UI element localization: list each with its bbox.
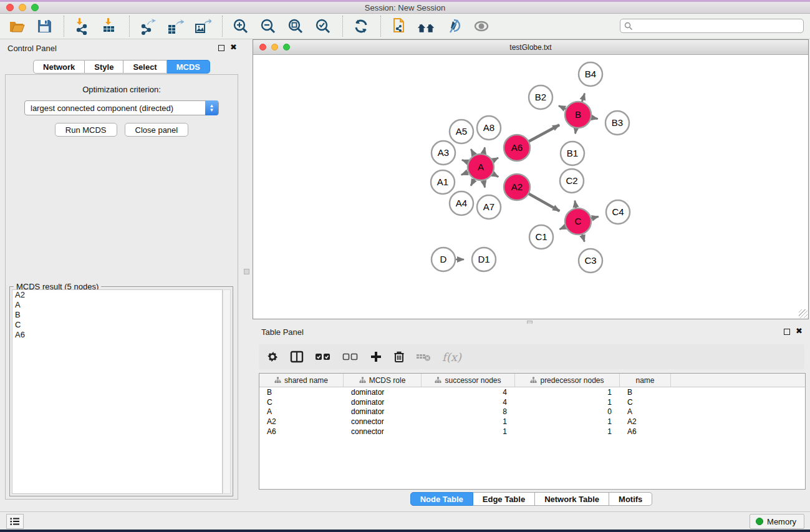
mcds-result-list[interactable]: A2ABCA6 bbox=[12, 289, 223, 494]
cell[interactable]: 1 bbox=[515, 417, 620, 427]
cell[interactable]: 1 bbox=[515, 387, 620, 397]
zoom-out-icon[interactable] bbox=[259, 17, 277, 36]
node-C2[interactable]: C2 bbox=[560, 169, 584, 193]
close-panel-button[interactable]: Close panel bbox=[125, 123, 189, 137]
tab-network-table[interactable]: Network Table bbox=[535, 492, 609, 506]
window-resize-grip[interactable] bbox=[799, 309, 808, 318]
cell[interactable]: B bbox=[620, 387, 671, 397]
node-A6[interactable]: A6 bbox=[504, 135, 530, 161]
result-item[interactable]: A2 bbox=[12, 290, 222, 300]
result-item[interactable]: C bbox=[12, 320, 222, 330]
cell[interactable]: C bbox=[620, 397, 671, 407]
export-image-icon[interactable] bbox=[193, 17, 212, 36]
cell[interactable]: 1 bbox=[515, 427, 620, 437]
search-input[interactable] bbox=[635, 20, 803, 32]
new-network-from-selection-icon[interactable] bbox=[390, 17, 408, 36]
cell[interactable]: A2 bbox=[259, 417, 344, 427]
search-field[interactable] bbox=[620, 19, 804, 33]
node-C1[interactable]: C1 bbox=[529, 225, 553, 249]
network-window-titlebar[interactable]: testGlobe.txt bbox=[253, 40, 808, 55]
column-header-successor-nodes[interactable]: successor nodes bbox=[422, 374, 515, 387]
node-A[interactable]: A bbox=[468, 154, 494, 180]
home-icon[interactable] bbox=[417, 17, 436, 36]
table-row[interactable]: Bdominator41B bbox=[259, 387, 805, 397]
import-table-icon[interactable] bbox=[100, 17, 119, 36]
hide-style-icon[interactable] bbox=[445, 17, 463, 36]
open-file-icon[interactable] bbox=[7, 17, 26, 36]
table-row[interactable]: A6connector11A6 bbox=[259, 427, 805, 437]
zoom-selected-icon[interactable] bbox=[314, 17, 332, 36]
node-A7[interactable]: A7 bbox=[477, 195, 501, 219]
node-A4[interactable]: A4 bbox=[450, 191, 473, 215]
show-hide-panel-eye-icon[interactable] bbox=[472, 17, 491, 36]
deselect-all-checkboxes-icon[interactable] bbox=[342, 352, 359, 362]
cell[interactable]: 4 bbox=[422, 387, 515, 397]
cell[interactable]: dominator bbox=[344, 407, 422, 417]
column-header-shared-name[interactable]: shared name bbox=[259, 374, 344, 387]
cell[interactable]: C bbox=[259, 397, 344, 407]
add-row-icon[interactable] bbox=[370, 351, 382, 363]
table-row[interactable]: A2connector11A2 bbox=[259, 417, 805, 427]
run-mcds-button[interactable]: Run MCDS bbox=[55, 123, 117, 137]
tab-edge-table[interactable]: Edge Table bbox=[473, 492, 535, 506]
column-header-MCDS-role[interactable]: MCDS role bbox=[344, 374, 422, 387]
node-C3[interactable]: C3 bbox=[579, 249, 602, 273]
network-canvas[interactable]: B4B2BB3A8A5A6B1A3AC2A1A2A4A7C4CC1DD1C3 bbox=[253, 55, 808, 319]
node-B2[interactable]: B2 bbox=[529, 85, 552, 109]
table-row[interactable]: Cdominator41C bbox=[259, 397, 805, 407]
column-header-name[interactable]: name bbox=[620, 374, 671, 387]
node-B[interactable]: B bbox=[565, 102, 591, 128]
export-network-icon[interactable] bbox=[138, 17, 157, 36]
panel-divider-grip[interactable] bbox=[244, 269, 249, 274]
close-table-panel-icon[interactable]: ✖ bbox=[796, 326, 803, 336]
network-graph[interactable]: B4B2BB3A8A5A6B1A3AC2A1A2A4A7C4CC1DD1C3 bbox=[253, 55, 808, 319]
tab-network[interactable]: Network bbox=[33, 60, 85, 74]
cell[interactable]: A6 bbox=[620, 427, 671, 437]
column-header-predecessor-nodes[interactable]: predecessor nodes bbox=[515, 374, 620, 387]
cell[interactable]: 1 bbox=[422, 417, 515, 427]
node-C[interactable]: C bbox=[565, 208, 591, 235]
node-A2[interactable]: A2 bbox=[504, 174, 530, 200]
close-panel-icon[interactable]: ✖ bbox=[230, 42, 237, 52]
result-item[interactable]: A bbox=[12, 300, 222, 310]
cell[interactable]: 8 bbox=[422, 407, 515, 417]
cell[interactable]: dominator bbox=[344, 397, 422, 407]
result-item[interactable]: A6 bbox=[12, 330, 222, 340]
cell[interactable]: connector bbox=[344, 427, 422, 437]
node-A5[interactable]: A5 bbox=[450, 120, 473, 143]
tab-node-table[interactable]: Node Table bbox=[410, 492, 473, 506]
cell[interactable]: 1 bbox=[515, 397, 620, 407]
memory-button[interactable]: Memory bbox=[750, 514, 804, 529]
cell[interactable]: A bbox=[259, 407, 344, 417]
import-network-icon[interactable] bbox=[73, 17, 92, 36]
tab-style[interactable]: Style bbox=[85, 60, 123, 74]
tab-motifs[interactable]: Motifs bbox=[609, 492, 652, 506]
zoom-fit-icon[interactable] bbox=[286, 17, 305, 36]
cell[interactable]: connector bbox=[344, 417, 422, 427]
column-layout-icon[interactable] bbox=[290, 351, 304, 363]
optimization-criterion-dropdown[interactable]: largest connected component (directed) ▲… bbox=[24, 100, 219, 115]
save-session-icon[interactable] bbox=[35, 17, 54, 36]
select-all-checkboxes-icon[interactable] bbox=[315, 352, 331, 362]
tab-select[interactable]: Select bbox=[123, 60, 166, 74]
node-B1[interactable]: B1 bbox=[561, 142, 584, 165]
export-table-icon[interactable] bbox=[166, 17, 185, 36]
delete-row-trash-icon[interactable] bbox=[393, 351, 405, 363]
cell[interactable]: 0 bbox=[515, 407, 620, 417]
result-list-scrollbar[interactable] bbox=[223, 289, 231, 494]
node-A8[interactable]: A8 bbox=[477, 116, 501, 140]
cell[interactable]: A2 bbox=[620, 417, 671, 427]
zoom-in-icon[interactable] bbox=[231, 17, 250, 36]
cell[interactable]: B bbox=[259, 387, 344, 397]
node-A3[interactable]: A3 bbox=[432, 141, 455, 165]
node-table[interactable]: shared nameMCDS rolesuccessor nodesprede… bbox=[259, 373, 806, 490]
float-table-panel-icon[interactable] bbox=[784, 329, 790, 335]
cell[interactable]: 1 bbox=[422, 427, 515, 437]
cell[interactable]: A bbox=[620, 407, 671, 417]
float-panel-icon[interactable] bbox=[218, 45, 224, 51]
node-A1[interactable]: A1 bbox=[431, 170, 455, 194]
node-D[interactable]: D bbox=[432, 248, 455, 271]
cell[interactable]: dominator bbox=[344, 387, 422, 397]
table-settings-gear-icon[interactable] bbox=[266, 351, 279, 363]
node-C4[interactable]: C4 bbox=[606, 200, 630, 224]
